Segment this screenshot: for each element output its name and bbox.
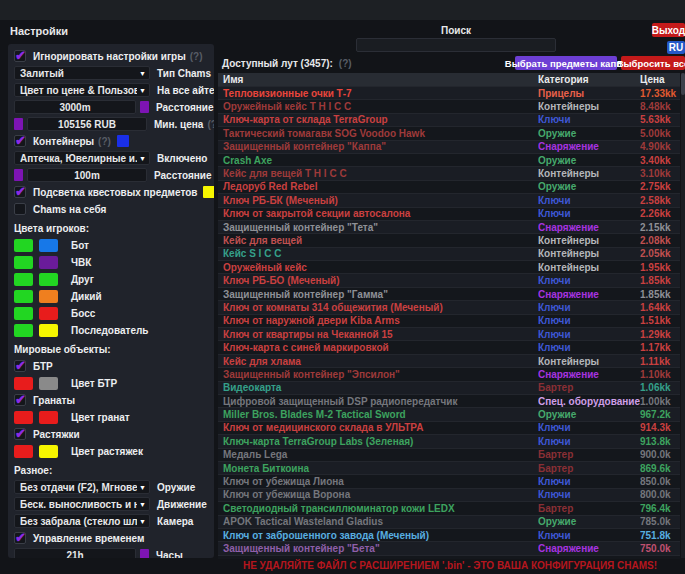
table-row[interactable]: Ключ от квартиры на Чеканной 15 Ключи 1.…	[218, 327, 680, 340]
table-row[interactable]: Медаль Lega Бартер 900.0k	[218, 448, 680, 461]
table-row[interactable]: Видеокарта Бартер 1.06kk	[218, 381, 680, 394]
help-hint-icon[interactable]: (?)	[339, 58, 352, 69]
table-row[interactable]: Защищенный контейнер "Гамма" Снаряжение …	[218, 287, 680, 300]
column-header-category[interactable]: Категория	[538, 74, 640, 85]
player-color-swatch[interactable]	[14, 290, 33, 303]
table-row[interactable]: Защищенный контейнер "Тета" Снаряжение 2…	[218, 220, 680, 233]
exit-button[interactable]: Выход	[652, 23, 685, 37]
distance-input[interactable]: 3000m	[14, 100, 136, 114]
table-row[interactable]: Ключ от медицинского склада в УЛЬТРА Клю…	[218, 421, 680, 434]
containers-color-swatch[interactable]	[117, 135, 129, 147]
color-mode-select[interactable]: Цвет по цене & Пользователь ▼	[14, 83, 150, 97]
player-color-swatch[interactable]	[39, 239, 58, 252]
table-row[interactable]: Ключ от наружной двери Kiba Arms Ключи 1…	[218, 314, 680, 327]
table-row[interactable]: Кейс для вещей T H I C C Контейнеры 3.10…	[218, 166, 680, 179]
btr-color-swatch[interactable]	[14, 377, 33, 390]
select-kappa-items-button[interactable]: Выбрать предметы каппа	[515, 56, 617, 70]
table-row[interactable]: Кейс для вещей Контейнеры 2.08kk	[218, 233, 680, 246]
table-row[interactable]: Ключ-карта от склада TerraGroup Ключи 5.…	[218, 113, 680, 126]
tripwire-color-swatch[interactable]	[39, 445, 58, 458]
btr-label: БТР	[33, 361, 53, 372]
hours-color-swatch[interactable]	[140, 549, 149, 558]
setting-ignore-game-row: Игнорировать настройки игры (?)	[14, 49, 208, 63]
table-row[interactable]	[218, 555, 680, 559]
table-row[interactable]: Кейс для хлама Контейнеры 1.11kk	[218, 354, 680, 367]
item-price: 2.58kk	[640, 195, 680, 206]
time-control-checkbox[interactable]	[14, 532, 26, 544]
table-row[interactable]: Ключ от убежища Ворона Ключи 800.0k	[218, 488, 680, 501]
table-row[interactable]: Монета Биткоина Бартер 869.6k	[218, 461, 680, 474]
grenade-color-swatch[interactable]	[39, 411, 58, 424]
min-price-color-swatch[interactable]	[14, 118, 23, 130]
quest-highlight-checkbox[interactable]	[14, 186, 26, 198]
containers-checkbox[interactable]	[14, 135, 26, 147]
movement-select[interactable]: Беск. выносливость и нет уста ▼	[14, 497, 150, 511]
grenade-color-swatch[interactable]	[14, 411, 33, 424]
table-row[interactable]: Кейс S I C C Контейнеры 2.05kk	[218, 247, 680, 260]
table-row[interactable]: Crash Axe Оружие 3.40kk	[218, 153, 680, 166]
container-types-select[interactable]: Аптечка, Ювелирные и... ▼	[14, 151, 150, 165]
setting-grenades-row: Гранаты	[14, 393, 208, 407]
table-row[interactable]: Защищенный контейнер "Бета" Снаряжение 7…	[218, 541, 680, 554]
color-mode-value: Цвет по цене & Пользователь	[20, 85, 137, 96]
player-color-swatch[interactable]	[14, 307, 33, 320]
tripwires-checkbox[interactable]	[14, 428, 26, 440]
player-color-swatch[interactable]	[39, 273, 58, 286]
table-row[interactable]: Светодиодный трансиллюминатор кожи LEDX …	[218, 501, 680, 514]
btr-color-swatch[interactable]	[39, 377, 58, 390]
table-row[interactable]: Ключ РБ-БО (Меченый) Ключи 1.85kk	[218, 273, 680, 286]
table-row[interactable]: Тактический томагавк SOG Voodoo Hawk Ору…	[218, 126, 680, 139]
btr-checkbox[interactable]	[14, 360, 26, 372]
table-row[interactable]: Ключ от заброшенного завода (Меченый) Кл…	[218, 528, 680, 541]
table-row[interactable]: Ключ РБ-БК (Меченый) Ключи 2.58kk	[218, 193, 680, 206]
ignore-game-checkbox[interactable]	[14, 50, 26, 62]
help-hint-icon[interactable]: (?)	[207, 119, 214, 130]
table-row[interactable]: APOK Tactical Wasteland Gladius Оружие 7…	[218, 515, 680, 528]
discard-all-button[interactable]: Выбросить все	[621, 56, 685, 70]
table-row[interactable]: Оружейный кейс Контейнеры 1.95kk	[218, 260, 680, 273]
language-button[interactable]: RU	[667, 41, 685, 54]
table-row[interactable]: Ледоруб Red Rebel Оружие 2.75kk	[218, 180, 680, 193]
table-row[interactable]: Тепловизионные очки Т-7 Прицелы 17.33kk	[218, 86, 680, 99]
tripwire-color-swatch[interactable]	[14, 445, 33, 458]
camera-select[interactable]: Без забрала (стекло шлема) ▼	[14, 514, 150, 528]
min-price-input[interactable]: 105156 RUB	[27, 117, 147, 131]
player-color-swatch[interactable]	[39, 256, 58, 269]
container-distance-color-swatch[interactable]	[14, 169, 23, 181]
table-row[interactable]: Ключ от комнаты 314 общежития (Меченый) …	[218, 300, 680, 313]
player-color-swatch[interactable]	[39, 290, 58, 303]
column-header-name[interactable]: Имя	[218, 74, 538, 85]
chams-type-select[interactable]: Залитый ▼	[14, 66, 150, 80]
table-row[interactable]: Защищенный контейнер "Эпсилон" Снаряжени…	[218, 367, 680, 380]
table-row[interactable]: Оружейный кейс T H I C C Контейнеры 8.48…	[218, 99, 680, 112]
table-row[interactable]: Ключ от закрытой секции автосалона Ключи…	[218, 207, 680, 220]
table-row[interactable]: Защищенный контейнер "Каппа" Снаряжение …	[218, 140, 680, 153]
table-row[interactable]: Ключ от убежища Лиона Ключи 850.0k	[218, 474, 680, 487]
player-color-swatch[interactable]	[14, 324, 33, 337]
item-name: Медаль Lega	[218, 449, 538, 460]
table-scrollbar[interactable]	[681, 73, 685, 558]
weapon-select[interactable]: Без отдачи (F2), Мгновенное п ▼	[14, 480, 150, 494]
player-color-swatch[interactable]	[14, 256, 33, 269]
hours-input[interactable]: 21h	[14, 548, 136, 558]
table-row[interactable]: Miller Bros. Blades M-2 Tactical Sword О…	[218, 407, 680, 420]
hours-label: Часы	[156, 550, 183, 559]
grenades-checkbox[interactable]	[14, 394, 26, 406]
table-row[interactable]: Ключ-карта с синей маркировкой Ключи 1.1…	[218, 340, 680, 353]
quest-highlight-color-swatch[interactable]	[203, 186, 214, 198]
table-row[interactable]: Цифровой защищенный DSP радиопередатчик …	[218, 394, 680, 407]
search-input[interactable]	[356, 38, 556, 52]
player-color-swatch[interactable]	[14, 239, 33, 252]
distance-color-swatch[interactable]	[140, 101, 149, 113]
help-hint-icon[interactable]: (?)	[98, 136, 111, 147]
chams-self-checkbox[interactable]	[14, 203, 26, 215]
container-distance-input[interactable]: 100m	[27, 168, 147, 182]
player-color-row-boss: Босс	[14, 306, 208, 320]
player-color-swatch[interactable]	[39, 307, 58, 320]
player-color-swatch[interactable]	[14, 273, 33, 286]
player-color-swatch[interactable]	[39, 324, 58, 337]
scrollbar-thumb[interactable]	[681, 73, 685, 95]
column-header-price[interactable]: Цена	[640, 74, 680, 85]
help-hint-icon[interactable]: (?)	[190, 51, 203, 62]
table-row[interactable]: Ключ-карта TerraGroup Labs (Зеленая) Клю…	[218, 434, 680, 447]
